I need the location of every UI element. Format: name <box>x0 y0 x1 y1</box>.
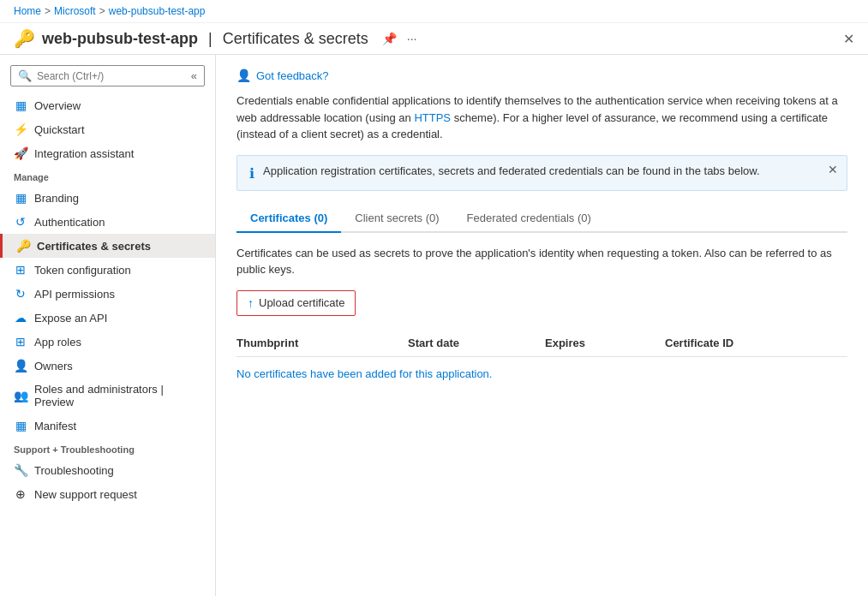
sidebar-label-roles-admin: Roles and administrators | Preview <box>34 383 201 408</box>
manage-section-label: Manage <box>0 165 215 186</box>
sidebar-label-branding: Branding <box>34 192 79 205</box>
sidebar-item-app-roles[interactable]: ⊞ App roles <box>0 330 215 354</box>
tab-federated-creds[interactable]: Federated credentials (0) <box>453 205 605 233</box>
sidebar-item-troubleshooting[interactable]: 🔧 Troubleshooting <box>0 458 215 482</box>
sidebar-label-api-perms: API permissions <box>34 288 115 301</box>
branding-icon: ▦ <box>14 191 27 205</box>
key-icon: 🔑 <box>14 28 35 49</box>
breadcrumb-sep2: > <box>99 5 105 17</box>
sidebar-item-branding[interactable]: ▦ Branding <box>0 186 215 210</box>
overview-icon: ▦ <box>14 98 27 112</box>
description-text: Credentials enable confidential applicat… <box>236 92 847 143</box>
table-header: Thumbprint Start date Expires Certificat… <box>236 330 847 357</box>
feedback-icon: 👤 <box>236 69 251 82</box>
support-icon: ⊕ <box>14 487 27 501</box>
sidebar-item-token-config[interactable]: ⊞ Token configuration <box>0 258 215 282</box>
sidebar-item-certs-secrets[interactable]: 🔑 Certificates & secrets <box>0 234 215 258</box>
sidebar-item-quickstart[interactable]: ⚡ Quickstart <box>0 117 215 141</box>
sidebar-item-integration[interactable]: 🚀 Integration assistant <box>0 141 215 165</box>
support-section-label: Support + Troubleshooting <box>0 438 215 458</box>
ellipsis-icon[interactable]: ··· <box>407 32 417 45</box>
sidebar: 🔍 « ▦ Overview ⚡ Quickstart 🚀 Integratio… <box>0 55 216 596</box>
upload-certificate-button[interactable]: ↑ Upload certificate <box>236 290 356 316</box>
tab-description: Certificates can be used as secrets to p… <box>236 245 847 278</box>
feedback-row: 👤 Got feedback? <box>236 69 847 82</box>
upload-button-label: Upload certificate <box>259 296 344 309</box>
sidebar-label-expose-api: Expose an API <box>34 312 107 325</box>
col-expires: Expires <box>545 337 665 349</box>
col-start-date: Start date <box>408 337 545 349</box>
sidebar-label-token-config: Token configuration <box>34 264 131 277</box>
main-content: 👤 Got feedback? Credentials enable confi… <box>216 55 868 596</box>
tabs-row: Certificates (0) Client secrets (0) Fede… <box>236 205 847 233</box>
sidebar-item-expose-api[interactable]: ☁ Expose an API <box>0 306 215 330</box>
info-icon: ℹ <box>249 165 254 182</box>
sidebar-item-api-perms[interactable]: ↻ API permissions <box>0 282 215 306</box>
search-box[interactable]: 🔍 « <box>10 65 205 86</box>
sidebar-label-quickstart: Quickstart <box>34 123 85 136</box>
sidebar-label-integration: Integration assistant <box>34 147 134 160</box>
sidebar-item-owners[interactable]: 👤 Owners <box>0 354 215 378</box>
manifest-icon: ▦ <box>14 419 27 432</box>
sidebar-label-troubleshooting: Troubleshooting <box>34 464 114 477</box>
tab-client-secrets[interactable]: Client secrets (0) <box>341 205 452 233</box>
pin-icon[interactable]: 📌 <box>382 32 397 45</box>
breadcrumb-sep1: > <box>45 5 51 17</box>
upload-icon: ↑ <box>248 296 254 310</box>
integration-icon: 🚀 <box>14 146 27 160</box>
sidebar-label-authentication: Authentication <box>34 216 105 229</box>
app-roles-icon: ⊞ <box>14 335 27 349</box>
sidebar-label-manifest: Manifest <box>34 420 76 432</box>
roles-icon: 👥 <box>14 389 27 402</box>
troubleshooting-icon: 🔧 <box>14 463 27 477</box>
title-separator: | <box>208 30 213 48</box>
https-link[interactable]: HTTPS <box>414 111 451 124</box>
sidebar-label-overview: Overview <box>34 99 81 112</box>
info-banner-text: Application registration certificates, s… <box>263 164 835 177</box>
breadcrumb-home[interactable]: Home <box>14 5 41 17</box>
collapse-icon[interactable]: « <box>191 69 197 82</box>
sidebar-label-owners: Owners <box>34 360 73 372</box>
sidebar-label-certs-secrets: Certificates & secrets <box>37 240 151 253</box>
api-icon: ↻ <box>14 287 27 301</box>
owners-icon: 👤 <box>14 359 27 372</box>
tab-certificates[interactable]: Certificates (0) <box>236 205 341 233</box>
sidebar-label-support-request: New support request <box>34 488 137 501</box>
sidebar-label-app-roles: App roles <box>34 336 81 349</box>
search-icon: 🔍 <box>18 69 32 82</box>
token-icon: ⊞ <box>14 263 27 277</box>
expose-icon: ☁ <box>14 311 27 325</box>
sidebar-item-overview[interactable]: ▦ Overview <box>0 93 215 117</box>
cert-icon: 🔑 <box>16 239 30 253</box>
sidebar-item-roles-admin[interactable]: 👥 Roles and administrators | Preview <box>0 378 215 414</box>
sidebar-item-manifest[interactable]: ▦ Manifest <box>0 414 215 438</box>
feedback-label[interactable]: Got feedback? <box>256 69 329 82</box>
quickstart-icon: ⚡ <box>14 122 27 136</box>
breadcrumb-app[interactable]: web-pubsub-test-app <box>109 5 206 17</box>
page-title: Certificates & secrets <box>223 30 368 48</box>
info-banner: ℹ Application registration certificates,… <box>236 155 847 191</box>
sidebar-item-support-request[interactable]: ⊕ New support request <box>0 482 215 506</box>
auth-icon: ↺ <box>14 215 27 229</box>
sidebar-item-authentication[interactable]: ↺ Authentication <box>0 210 215 234</box>
search-input[interactable] <box>37 70 186 82</box>
col-cert-id: Certificate ID <box>665 337 847 349</box>
col-thumbprint: Thumbprint <box>236 337 408 349</box>
close-icon[interactable]: ✕ <box>843 31 854 47</box>
breadcrumb-microsoft[interactable]: Microsoft <box>54 5 96 17</box>
app-name-title: web-pubsub-test-app <box>42 30 198 48</box>
info-banner-close[interactable]: ✕ <box>828 163 838 176</box>
no-data-message: No certificates have been added for this… <box>236 357 847 390</box>
